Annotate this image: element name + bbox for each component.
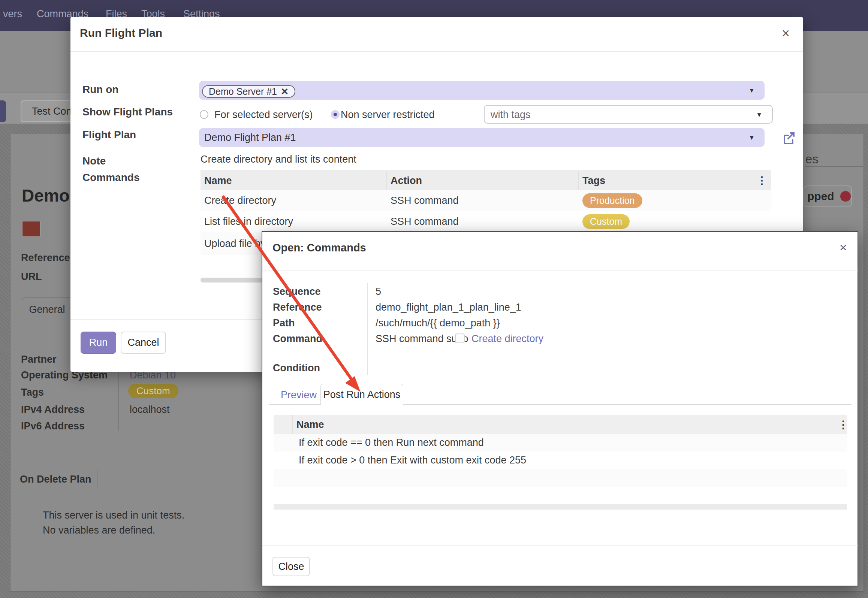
selector-column-header[interactable] (274, 415, 293, 434)
tag-badge-custom: Custom (582, 214, 630, 229)
cancel-button-label: Cancel (127, 337, 159, 348)
commands-table-caption: Create directory and list its content (201, 154, 356, 165)
tags-label: Tags (21, 387, 44, 398)
command-value: SSH command sudo (376, 333, 468, 345)
color-swatch[interactable] (22, 221, 40, 237)
chevron-down-icon: ▼ (748, 134, 755, 142)
on-delete-plan-label: On Delete Plan (20, 474, 91, 485)
reference-label: Reference (21, 252, 70, 264)
path-value: /such/much/{{ demo_path }} (376, 317, 500, 329)
unit-test-note-line2: No variables are defined. (43, 525, 155, 536)
column-header-name[interactable]: Name (201, 171, 387, 190)
tag-badge-custom: Custom (128, 384, 178, 398)
close-icon[interactable]: × (840, 241, 847, 254)
commands-label: Commands (82, 172, 139, 184)
flight-plan-select[interactable]: Demo Flight Plan #1 ▼ (199, 128, 765, 147)
horizontal-scrollbar[interactable] (274, 504, 847, 510)
open-commands-modal: Open: Commands × Sequence Reference Path… (262, 231, 858, 586)
cancel-button[interactable]: Cancel (121, 332, 166, 354)
column-header-action[interactable]: Action (387, 171, 579, 190)
radio-non-server-restricted-label[interactable]: Non server restricted (341, 109, 435, 121)
flight-plan-value: Demo Flight Plan #1 (204, 132, 296, 144)
cell-name: If exit code > 0 then Exit with custom e… (274, 454, 526, 466)
label-value-divider (367, 283, 368, 375)
chevron-down-icon: ▼ (748, 87, 755, 94)
cell-action: SSH command (387, 190, 579, 211)
sequence-value: 5 (376, 286, 381, 298)
sudo-checkbox[interactable] (455, 333, 465, 343)
modal-header-divider (262, 271, 858, 271)
partner-label: Partner (21, 354, 57, 365)
commands-table-header: Name Action Tags (201, 170, 771, 191)
ipv4-label: IPv4 Address (21, 404, 85, 416)
ipv4-value: localhost (130, 404, 170, 416)
flight-plan-label: Flight Plan (82, 129, 136, 141)
modal-title: Open: Commands (272, 242, 366, 254)
radio-selected-servers[interactable] (200, 110, 208, 119)
cell-name: List files in directory (201, 211, 387, 232)
modal-footer-divider (262, 545, 858, 546)
ipv6-label: IPv6 Address (21, 420, 85, 432)
field-divider (97, 470, 97, 487)
with-tags-value: with tags (491, 109, 531, 121)
modal-header-divider (70, 51, 803, 52)
with-tags-select[interactable]: with tags ▼ (484, 105, 773, 124)
condition-label: Condition (273, 362, 320, 374)
show-flight-plans-label: Show Flight Plans (82, 106, 173, 118)
nav-item-servers[interactable]: vers (3, 8, 22, 20)
chevron-down-icon: ▼ (756, 111, 762, 119)
post-run-table-header: Name (274, 415, 847, 435)
run-button[interactable]: Run (81, 332, 116, 354)
section-heading-fragment: es (805, 152, 819, 166)
run-on-tag-label: Demo Server #1 (209, 86, 277, 97)
url-label: URL (21, 271, 42, 283)
section-divider (805, 166, 863, 167)
table-row[interactable]: If exit code == 0 then Run next command (274, 434, 847, 452)
cell-name: Create directory (201, 190, 387, 211)
status-badge-stopped[interactable]: pped (804, 185, 852, 207)
command-label: Command (273, 333, 322, 345)
table-options-kebab-icon[interactable]: ⋮ (757, 174, 767, 187)
status-badge-label: pped (807, 190, 834, 203)
server-title: Demo (22, 185, 70, 206)
unit-test-note-line1: This server is used in unit tests. (43, 510, 184, 521)
tab-general-label: General (29, 304, 65, 315)
table-row[interactable]: List files in directory SSH command Cust… (201, 211, 771, 233)
close-button-label: Close (278, 561, 304, 573)
create-directory-link[interactable]: Create directory (471, 333, 543, 345)
note-label: Note (82, 155, 106, 167)
tab-preview[interactable]: Preview (281, 389, 317, 401)
label-field-divider (194, 81, 194, 279)
screenshot-root: vers Commands Files Tools Settings Test … (0, 0, 868, 598)
radio-non-server-restricted[interactable] (331, 110, 340, 119)
radio-selected-servers-label[interactable]: For selected server(s) (214, 109, 313, 121)
tab-post-run-actions[interactable]: Post Run Actions (320, 384, 403, 405)
modal-title: Run Flight Plan (80, 27, 162, 39)
column-header-tags[interactable]: Tags (579, 171, 771, 190)
run-button-label: Run (89, 337, 108, 348)
tab-post-run-actions-label: Post Run Actions (323, 389, 401, 401)
reference-value: demo_flight_plan_1_plan_line_1 (376, 302, 521, 313)
reference-label: Reference (273, 302, 322, 313)
close-icon[interactable]: × (782, 27, 790, 40)
table-row-empty (274, 469, 847, 487)
tab-general[interactable]: General (22, 298, 72, 321)
run-on-label: Run on (82, 84, 118, 96)
tag-badge-production: Production (582, 193, 642, 208)
table-options-kebab-icon[interactable]: ⋮ (838, 419, 849, 431)
remove-tag-icon[interactable]: ✕ (281, 86, 289, 97)
path-label: Path (273, 317, 295, 329)
run-on-selected-tag[interactable]: Demo Server #1✕ (202, 85, 295, 98)
close-button[interactable]: Close (272, 557, 310, 576)
table-row[interactable]: If exit code > 0 then Exit with custom e… (274, 451, 847, 469)
sequence-label: Sequence (273, 286, 321, 298)
column-header-name[interactable]: Name (293, 415, 817, 434)
run-on-select[interactable]: Demo Server #1✕ ▼ (199, 81, 765, 100)
table-row[interactable]: Create directory SSH command Production (201, 190, 771, 211)
external-link-icon[interactable] (781, 130, 796, 145)
cell-action: SSH command (387, 211, 579, 232)
partial-toolbar-button[interactable] (0, 100, 6, 122)
status-dot-icon (840, 191, 851, 202)
cell-name: If exit code == 0 then Run next command (274, 437, 484, 448)
